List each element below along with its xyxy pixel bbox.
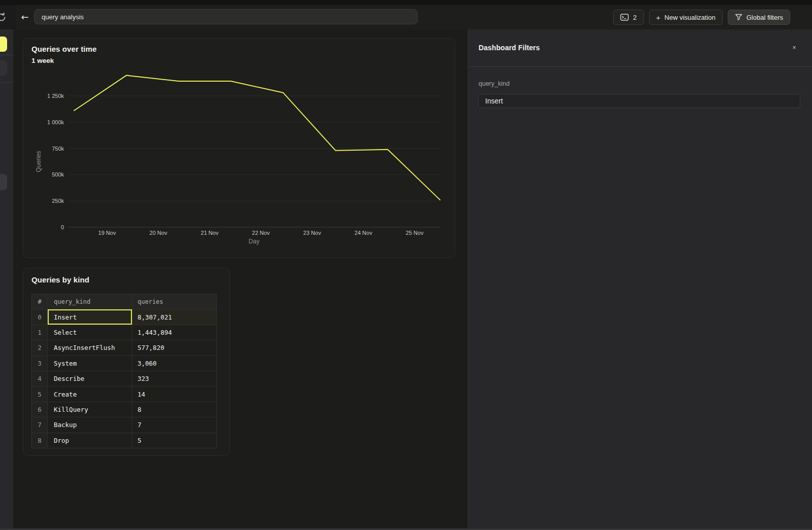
row-index-cell[interactable]: 8: [32, 433, 48, 448]
row-index-cell[interactable]: 3: [32, 356, 48, 371]
svg-text:500k: 500k: [52, 171, 64, 178]
query-kind-cell[interactable]: System: [48, 356, 132, 371]
column-header-queries[interactable]: queries: [132, 294, 217, 309]
queries-cell[interactable]: 7: [132, 417, 217, 433]
filters-panel-title: Dashboard Filters: [479, 44, 540, 52]
svg-text:750k: 750k: [52, 146, 64, 152]
table-row[interactable]: 3System3,060: [32, 356, 217, 371]
top-bar-actions: 2 + New visualization Global filters: [613, 10, 790, 25]
table-row[interactable]: 5Create14: [32, 386, 217, 402]
plus-icon: +: [656, 14, 661, 21]
row-index-cell[interactable]: 4: [32, 371, 48, 386]
close-icon[interactable]: ×: [790, 43, 799, 52]
queries-cell[interactable]: 3,060: [132, 356, 217, 371]
table-row[interactable]: 0Insert8,307,021: [32, 309, 217, 325]
table-row[interactable]: 4Describe323: [32, 371, 217, 386]
dashboard-filters-panel: Dashboard Filters × query_kind: [467, 29, 812, 528]
table-row[interactable]: 1Select1,443,894: [32, 325, 217, 340]
query-kind-cell[interactable]: Backup: [48, 417, 132, 433]
table-row[interactable]: 8Drop5: [32, 433, 217, 448]
sidebar-item-2[interactable]: [0, 60, 7, 76]
sidebar-divider: [0, 82, 13, 83]
table-title: Queries by kind: [31, 275, 89, 284]
svg-text:25 Nov: 25 Nov: [406, 230, 424, 236]
funnel-icon: [735, 14, 742, 21]
queries-cell[interactable]: 323: [132, 371, 217, 386]
svg-text:250k: 250k: [52, 198, 64, 204]
svg-text:1 250k: 1 250k: [47, 93, 64, 99]
svg-text:0: 0: [61, 224, 64, 230]
refresh-icon[interactable]: [0, 12, 7, 23]
query-kind-cell[interactable]: Select: [48, 325, 132, 340]
sidebar-divider: [0, 55, 13, 55]
terminal-panel-icon: [620, 14, 629, 21]
sidebar-item-active[interactable]: [0, 37, 7, 52]
dashboard-title-input[interactable]: [34, 9, 418, 24]
query-kind-cell[interactable]: Describe: [48, 371, 132, 386]
queries-cell[interactable]: 8: [132, 402, 217, 417]
new-visualization-label: New visualization: [664, 14, 715, 21]
row-index-cell[interactable]: 5: [32, 386, 48, 402]
svg-text:20 Nov: 20 Nov: [150, 230, 167, 236]
queries-cell[interactable]: 14: [132, 386, 217, 402]
query-kind-cell[interactable]: Drop: [48, 433, 132, 448]
svg-text:24 Nov: 24 Nov: [355, 230, 373, 236]
query-kind-filter-input[interactable]: [478, 94, 800, 108]
query-kind-cell[interactable]: Create: [48, 386, 132, 402]
svg-text:21 Nov: 21 Nov: [201, 230, 219, 236]
row-index-cell[interactable]: 7: [32, 417, 48, 433]
global-filters-button[interactable]: Global filters: [728, 10, 790, 25]
console-count-button[interactable]: 2: [613, 10, 644, 25]
queries-over-time-chart[interactable]: 0250k500k750k1 000k1 250k19 Nov20 Nov21 …: [23, 39, 455, 258]
svg-text:23 Nov: 23 Nov: [303, 230, 321, 236]
back-button[interactable]: ←: [19, 12, 30, 23]
dashboard-canvas: Queries over time 1 week 0250k500k750k1 …: [13, 29, 467, 528]
queries-cell[interactable]: 577,820: [132, 340, 217, 356]
row-index-cell[interactable]: 0: [32, 309, 48, 325]
svg-text:1 000k: 1 000k: [47, 119, 64, 125]
table-header-row: # query_kind queries: [32, 294, 217, 309]
row-index-cell[interactable]: 2: [32, 340, 48, 356]
row-index-cell[interactable]: 1: [32, 325, 48, 340]
console-count: 2: [633, 14, 636, 21]
table-row[interactable]: 7Backup7: [32, 417, 217, 433]
table-row[interactable]: 2AsyncInsertFlush577,820: [32, 340, 217, 356]
queries-by-kind-table: # query_kind queries 0Insert8,307,0211Se…: [31, 294, 217, 448]
filters-panel-header: Dashboard Filters ×: [467, 29, 812, 67]
sidebar: [0, 29, 13, 528]
queries-over-time-card: Queries over time 1 week 0250k500k750k1 …: [23, 38, 455, 258]
queries-by-kind-card: Queries by kind # query_kind queries 0In…: [23, 268, 230, 456]
sidebar-item-3[interactable]: [0, 174, 7, 190]
queries-cell[interactable]: 8,307,021: [132, 309, 217, 325]
window-top-edge: [0, 0, 812, 5]
query-kind-cell[interactable]: KillQuery: [48, 402, 132, 417]
query-kind-cell[interactable]: AsyncInsertFlush: [48, 340, 132, 356]
svg-text:Queries: Queries: [35, 151, 42, 172]
global-filters-label: Global filters: [747, 14, 783, 21]
top-bar: ← 2 + New visualization Global filter: [0, 5, 812, 30]
filter-field-label: query_kind: [479, 80, 510, 87]
svg-text:19 Nov: 19 Nov: [98, 230, 116, 236]
column-header-index[interactable]: #: [32, 294, 48, 309]
column-header-query-kind[interactable]: query_kind: [48, 294, 132, 309]
new-visualization-button[interactable]: + New visualization: [649, 10, 723, 25]
row-index-cell[interactable]: 6: [32, 402, 48, 417]
query-kind-cell[interactable]: Insert: [48, 309, 132, 325]
table-row[interactable]: 6KillQuery8: [32, 402, 217, 417]
svg-text:Day: Day: [249, 238, 259, 245]
svg-text:22 Nov: 22 Nov: [252, 230, 270, 236]
queries-cell[interactable]: 5: [132, 433, 217, 448]
queries-cell[interactable]: 1,443,894: [132, 325, 217, 340]
